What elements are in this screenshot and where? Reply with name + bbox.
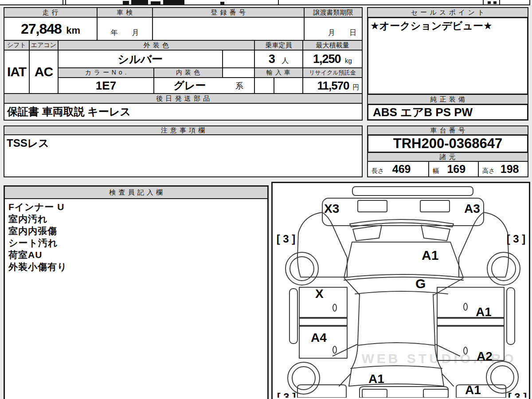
length-cell: 長さ 469 <box>367 161 429 177</box>
label-left-door: X <box>315 287 324 301</box>
roof-panel <box>352 187 473 196</box>
clipped-text-remnant <box>488 1 491 4</box>
label-tire-fl: [ 3 ] <box>277 233 296 245</box>
color-no-cell: 1E7 <box>58 77 154 94</box>
right-door-handle <box>464 303 467 310</box>
height-label: 高さ <box>482 167 495 174</box>
specs-header: 諸 元 <box>367 152 528 162</box>
cabin-right-side <box>433 294 444 386</box>
rear-skirt-left <box>297 385 346 398</box>
car-diagram: WEB STUDIO.PRO <box>273 183 529 398</box>
divider <box>483 0 484 4</box>
inspector-note-item: 外装小傷有り <box>8 261 264 273</box>
hood-line-upper <box>344 277 463 280</box>
aircon-cell: AC <box>29 50 59 94</box>
interior-color-sub-header <box>222 67 255 78</box>
side-rail-right <box>507 288 515 344</box>
label-tire-rr: [ 3 ] <box>508 391 527 398</box>
registration-cell <box>152 17 305 41</box>
sales-point-value: ★オークションデビュー★ <box>370 19 493 33</box>
fold-front-right <box>434 278 463 295</box>
headlight-left <box>353 225 382 241</box>
rear-bumper <box>360 387 448 398</box>
front-fender-right <box>459 212 509 277</box>
mileage-cell: 27,848 km <box>4 17 98 41</box>
shift-header: シフト <box>4 40 30 51</box>
capacity-unit: 人 <box>282 57 289 64</box>
equipment-cell: ABS エアB PS PW <box>367 104 528 121</box>
front-bumper <box>322 198 484 226</box>
wheel-rear-right-rim <box>491 366 514 389</box>
rear-skirt-right <box>456 385 506 398</box>
inspector-header: 検 査 員 記 入 欄 <box>5 187 267 199</box>
left-door-handle <box>333 304 336 311</box>
sales-point-header: セ ー ル ス ポ イ ン ト <box>367 7 528 18</box>
clipped-text-remnant <box>151 1 160 4</box>
clipped-text-remnant <box>123 1 129 4</box>
label-hood: G <box>415 276 426 291</box>
inspector-box: 検 査 員 記 入 欄 Fインナー U 室内汚れ室内内張傷シート汚れ荷室AU外装… <box>4 185 269 399</box>
inspector-note-item: Fインナー U <box>8 201 264 213</box>
label-front-right: A3 <box>464 202 480 215</box>
clipped-top-row <box>0 0 530 5</box>
exterior-color-sub-cell <box>222 50 255 68</box>
height-value: 198 <box>501 163 519 175</box>
max-load-cell: 1,250 kg <box>302 50 363 68</box>
wheel-front-left <box>286 252 318 285</box>
recycle-value: 11,570 <box>317 79 349 92</box>
label-tire-rl: [ 3 ] <box>277 391 296 398</box>
length-label: 長さ <box>372 167 384 174</box>
inspector-notes-list: Fインナー U 室内汚れ室内内張傷シート汚れ荷室AU外装小傷有り <box>5 200 267 274</box>
cabin-left-side <box>349 294 360 386</box>
registration-header: 登 録 番 号 <box>152 7 305 18</box>
inspector-note-item: 荷室AU <box>8 249 264 261</box>
import-cell-a <box>254 77 274 94</box>
width-value: 169 <box>447 163 466 175</box>
width-label: 幅 <box>433 167 439 174</box>
inspector-note-item: 室内汚れ <box>8 213 264 225</box>
clipped-text-remnant <box>220 2 224 4</box>
label-right-rear-panel: A2 <box>477 349 493 363</box>
later-parts-cell: 保証書 車両取説 キーレス <box>4 103 363 121</box>
mileage-value: 27,848 <box>21 21 62 37</box>
notes-value: TSSレス <box>7 136 49 150</box>
plate-right <box>420 200 450 212</box>
capacity-value: 3 <box>269 52 275 66</box>
label-windshield: A1 <box>422 248 438 262</box>
exterior-color-cell: シルバー <box>58 50 223 68</box>
width-cell: 幅 169 <box>428 161 479 177</box>
label-rear-gate: A1 <box>368 372 384 386</box>
recycle-header: リサイクル預託金 <box>302 67 363 78</box>
notes-header: 注 意 事 項 欄 <box>4 125 363 135</box>
height-cell: 高さ 198 <box>478 161 528 177</box>
sales-point-box: ★オークションデビュー★ <box>367 17 528 95</box>
aircon-header: エアコン <box>29 40 59 51</box>
inspector-note-item: シート汚れ <box>8 237 264 249</box>
import-cell-b <box>274 77 303 94</box>
import-header: 輸 入 車 <box>254 67 303 78</box>
interior-color-cell: グレー 系 <box>153 77 255 94</box>
windshield <box>344 242 463 278</box>
rear-plate-right <box>423 389 448 398</box>
mileage-header: 走 行 <box>4 7 98 18</box>
car-diagram-box: WEB STUDIO.PRO <box>271 182 530 399</box>
chassis-cell: TRH200-0368647 <box>367 134 528 153</box>
clipped-text-remnant <box>131 0 148 4</box>
front-fender-left <box>297 212 347 277</box>
wheel-front-right <box>487 252 520 285</box>
length-value: 469 <box>392 163 411 175</box>
transfer-value: 月 日 <box>328 28 356 38</box>
later-parts-header: 後 日 発 送 部 品 <box>4 93 363 104</box>
shaken-header: 車 検 <box>97 7 153 18</box>
shaken-cell: 年 月 <box>97 17 153 41</box>
transfer-deadline-header: 譲渡書類期限 <box>304 7 363 18</box>
mileage-unit: km <box>66 25 80 36</box>
cabin-rear-curve <box>351 366 442 368</box>
rear-gate-bottom <box>349 384 444 386</box>
clipped-text-remnant <box>493 1 497 4</box>
shaken-value: 年 月 <box>111 28 139 38</box>
shift-cell: IAT <box>4 50 30 94</box>
interior-color-header: 内 装 色 <box>153 67 223 78</box>
exterior-color-header: 外 装 色 <box>58 40 255 51</box>
headlight-right <box>421 225 450 241</box>
